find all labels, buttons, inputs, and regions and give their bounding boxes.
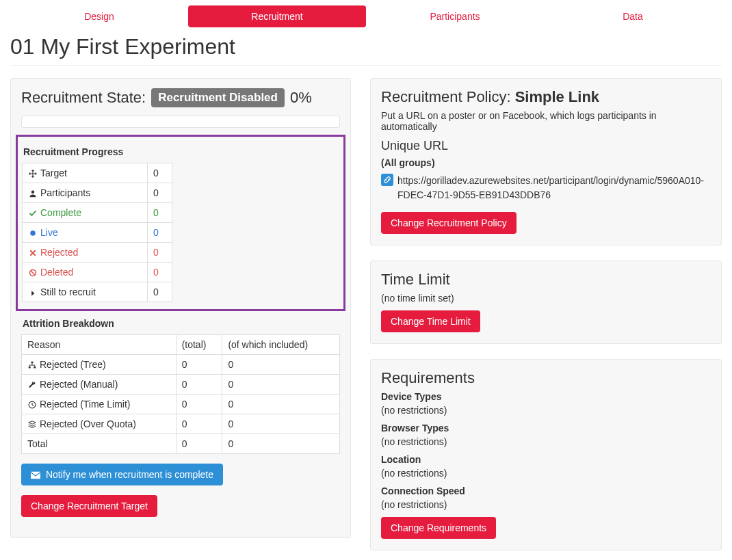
recruitment-state-panel: Recruitment State: Recruitment Disabled … xyxy=(10,78,351,538)
sitemap-icon xyxy=(27,359,37,370)
x-icon xyxy=(28,247,38,258)
progress-table: Target 0 Participants 0 Complete 0 Live … xyxy=(22,163,172,302)
value: 0 xyxy=(148,203,172,223)
state-badge: Recruitment Disabled xyxy=(151,88,285,107)
label: Rejected xyxy=(40,247,78,258)
label: Still to recruit xyxy=(40,286,96,297)
svg-rect-4 xyxy=(29,366,31,368)
policy-desc: Put a URL on a poster or on Facebook, wh… xyxy=(381,110,711,132)
value: 0 xyxy=(148,263,172,282)
label: Deleted xyxy=(40,267,73,278)
attrition-row-manual: Rejected (Manual) 0 0 xyxy=(22,375,340,395)
label: Participants xyxy=(40,187,90,198)
location-label: Location xyxy=(381,454,711,465)
change-requirements-button[interactable]: Change Requirements xyxy=(381,517,496,539)
svg-point-1 xyxy=(30,230,36,236)
label: Total xyxy=(22,434,177,454)
row-deleted: Deleted 0 xyxy=(23,263,172,282)
clock-icon xyxy=(27,399,37,410)
timelimit-panel: Time Limit (no time limit set) Change Ti… xyxy=(370,261,722,344)
device-types-label: Device Types xyxy=(381,391,711,402)
progress-bar xyxy=(21,116,340,128)
move-icon xyxy=(28,168,38,178)
policy-url: https://gorilladev.azurewebsites.net/par… xyxy=(397,174,711,202)
mail-icon xyxy=(31,469,40,480)
total: 0 xyxy=(176,434,222,454)
included: 0 xyxy=(222,375,340,395)
link-icon[interactable] xyxy=(381,174,393,186)
attrition-row-tree: Rejected (Tree) 0 0 xyxy=(22,355,340,375)
tab-recruitment[interactable]: Recruitment xyxy=(188,5,366,27)
wrench-icon xyxy=(27,379,37,390)
svg-rect-3 xyxy=(31,362,34,363)
change-timelimit-button[interactable]: Change Time Limit xyxy=(381,310,480,332)
label: Rejected (Tree) xyxy=(40,359,106,370)
row-participants: Participants 0 xyxy=(23,183,172,203)
page-title: 01 My First Experiment xyxy=(10,34,722,59)
change-target-button[interactable]: Change Recruitment Target xyxy=(21,495,157,517)
total: 0 xyxy=(176,414,222,434)
included: 0 xyxy=(222,395,340,414)
layers-icon xyxy=(27,418,37,429)
policy-heading-value: Simple Link xyxy=(515,88,599,105)
value: 0 xyxy=(148,243,172,263)
tab-design[interactable]: Design xyxy=(10,5,188,27)
svg-rect-7 xyxy=(31,472,40,479)
connection-speed-label: Connection Speed xyxy=(381,485,711,496)
progress-highlight: Recruitment Progress Target 0 Participan… xyxy=(16,135,345,311)
total: 0 xyxy=(176,375,222,395)
policy-panel: Recruitment Policy: Simple Link Put a UR… xyxy=(370,78,722,245)
row-rejected: Rejected 0 xyxy=(23,243,172,263)
included: 0 xyxy=(222,355,340,375)
total: 0 xyxy=(176,355,222,375)
check-icon xyxy=(28,207,38,218)
label: Live xyxy=(40,227,58,238)
notify-label: Notify me when recruitment is complete xyxy=(46,469,213,480)
value: 0 xyxy=(148,223,172,243)
attrition-row-quota: Rejected (Over Quota) 0 0 xyxy=(22,414,340,434)
row-target: Target 0 xyxy=(23,163,172,183)
progress-title: Recruitment Progress xyxy=(23,146,335,157)
row-complete: Complete 0 xyxy=(23,203,172,223)
unique-url-label: Unique URL xyxy=(381,139,711,153)
attrition-row-total: Total 0 0 xyxy=(22,434,340,454)
requirements-panel: Requirements Device Types (no restrictio… xyxy=(370,359,722,550)
connection-speed-value: (no restrictions) xyxy=(381,499,711,510)
attrition-table: Reason (total) (of which included) Rejec… xyxy=(21,334,340,454)
requirements-heading: Requirements xyxy=(381,369,711,387)
change-policy-button[interactable]: Change Recruitment Policy xyxy=(381,212,517,234)
device-types-value: (no restrictions) xyxy=(381,405,711,416)
timelimit-value: (no time limit set) xyxy=(381,293,711,304)
timelimit-heading: Time Limit xyxy=(381,271,711,289)
total: 0 xyxy=(176,395,222,414)
user-icon xyxy=(28,187,38,198)
label: Complete xyxy=(40,207,81,218)
value: 0 xyxy=(148,282,172,302)
attrition-title: Attrition Breakdown xyxy=(23,318,340,329)
ban-icon xyxy=(28,267,38,278)
svg-point-0 xyxy=(31,191,35,194)
policy-heading-prefix: Recruitment Policy: xyxy=(381,88,515,105)
title-divider xyxy=(10,65,722,66)
caret-right-icon xyxy=(28,286,38,297)
included: 0 xyxy=(222,434,340,454)
main-tabs: Design Recruitment Participants Data xyxy=(10,5,722,27)
attrition-row-time: Rejected (Time Limit) 0 0 xyxy=(22,395,340,414)
label: Rejected (Manual) xyxy=(40,379,118,390)
browser-types-value: (no restrictions) xyxy=(381,436,711,447)
notify-button[interactable]: Notify me when recruitment is complete xyxy=(21,464,223,485)
tab-data[interactable]: Data xyxy=(544,5,722,27)
col-included: (of which included) xyxy=(222,335,340,355)
browser-types-label: Browser Types xyxy=(381,423,711,434)
circle-icon xyxy=(28,227,38,238)
col-total: (total) xyxy=(176,335,222,355)
location-value: (no restrictions) xyxy=(381,468,711,479)
tab-participants[interactable]: Participants xyxy=(366,5,544,27)
all-groups-label: (All groups) xyxy=(381,157,711,168)
row-live: Live 0 xyxy=(23,223,172,243)
svg-rect-5 xyxy=(34,366,36,368)
attrition-header-row: Reason (total) (of which included) xyxy=(22,335,340,355)
state-label: Recruitment State: xyxy=(21,89,146,107)
included: 0 xyxy=(222,414,340,434)
state-percent: 0% xyxy=(290,89,312,107)
